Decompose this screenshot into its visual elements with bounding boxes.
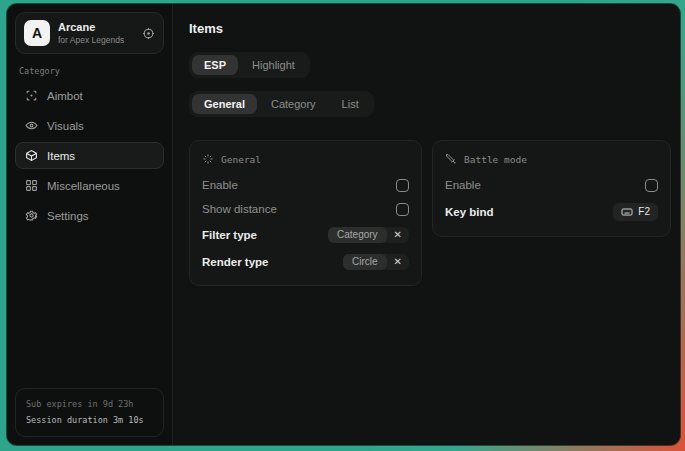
sidebar-item-label: Settings: [47, 210, 89, 222]
filter-type-value[interactable]: Category: [328, 227, 387, 243]
tab-general[interactable]: General: [192, 94, 257, 114]
general-panel: General Enable Show distance Filter type…: [189, 140, 422, 286]
setting-label: Key bind: [445, 206, 494, 218]
sidebar-item-visuals[interactable]: Visuals: [15, 112, 164, 139]
view-tab-group: General Category List: [189, 91, 374, 117]
tab-highlight[interactable]: Highlight: [240, 55, 307, 75]
setting-row-render-type: Render type Circle ✕: [202, 248, 409, 275]
sidebar-item-aimbot[interactable]: Aimbot: [15, 82, 164, 109]
brand-title: Arcane: [58, 21, 124, 35]
setting-row-show-distance: Show distance: [202, 197, 409, 221]
tab-esp[interactable]: ESP: [192, 55, 238, 75]
sidebar-item-label: Items: [47, 150, 75, 162]
setting-label: Show distance: [202, 203, 277, 215]
target-icon[interactable]: [142, 27, 155, 40]
session-duration-text: Session duration 3m 10s: [26, 413, 153, 428]
crosshair-icon: [25, 89, 38, 102]
subscription-card: Sub expires in 9d 23h Session duration 3…: [15, 388, 164, 437]
show-distance-checkbox[interactable]: [396, 203, 409, 216]
panel-title: Battle mode: [464, 154, 527, 165]
gear-icon: [25, 209, 38, 222]
render-type-select[interactable]: Circle ✕: [343, 254, 409, 270]
setting-row-filter-type: Filter type Category ✕: [202, 221, 409, 248]
tab-category[interactable]: Category: [259, 94, 328, 114]
mode-tab-group: ESP Highlight: [189, 52, 310, 78]
brand-card: A Arcane for Apex Legends: [15, 12, 164, 54]
sidebar-item-label: Miscellaneous: [47, 180, 120, 192]
sidebar-item-settings[interactable]: Settings: [15, 202, 164, 229]
sidebar-item-label: Aimbot: [47, 90, 83, 102]
category-label: Category: [19, 66, 160, 76]
close-icon[interactable]: ✕: [387, 254, 409, 269]
keybind-value: F2: [638, 206, 650, 217]
sidebar-item-label: Visuals: [47, 120, 84, 132]
sidebar-item-miscellaneous[interactable]: Miscellaneous: [15, 172, 164, 199]
brand-subtitle: for Apex Legends: [58, 35, 124, 46]
setting-row-enable: Enable: [445, 173, 658, 197]
battle-enable-checkbox[interactable]: [645, 179, 658, 192]
render-type-value[interactable]: Circle: [343, 254, 387, 270]
sidebar-item-items[interactable]: Items: [15, 142, 164, 169]
main-content: Items ESP Highlight General Category Lis…: [173, 4, 680, 445]
sword-icon: [445, 153, 457, 165]
setting-label: Filter type: [202, 229, 257, 241]
setting-row-enable: Enable: [202, 173, 409, 197]
sub-expires-text: Sub expires in 9d 23h: [26, 397, 153, 412]
page-title: Items: [189, 21, 671, 36]
battle-mode-panel: Battle mode Enable Key bind: [432, 140, 671, 237]
panel-title: General: [221, 154, 261, 165]
keyboard-icon: [621, 206, 633, 218]
app-window: A Arcane for Apex Legends Category: [7, 4, 680, 445]
close-icon[interactable]: ✕: [387, 227, 409, 242]
setting-label: Render type: [202, 256, 268, 268]
brand-logo: A: [24, 20, 50, 46]
tab-list[interactable]: List: [330, 94, 371, 114]
filter-type-select[interactable]: Category ✕: [328, 227, 409, 243]
package-icon: [25, 149, 38, 162]
sparkle-icon: [202, 153, 214, 165]
enable-checkbox[interactable]: [396, 179, 409, 192]
eye-icon: [25, 119, 38, 132]
sidebar: A Arcane for Apex Legends Category: [7, 4, 173, 445]
setting-label: Enable: [445, 179, 481, 191]
setting-row-key-bind: Key bind F2: [445, 197, 658, 226]
grid-icon: [25, 179, 38, 192]
keybind-button[interactable]: F2: [613, 203, 658, 221]
setting-label: Enable: [202, 179, 238, 191]
sidebar-nav: Aimbot Visuals Items: [15, 82, 164, 229]
